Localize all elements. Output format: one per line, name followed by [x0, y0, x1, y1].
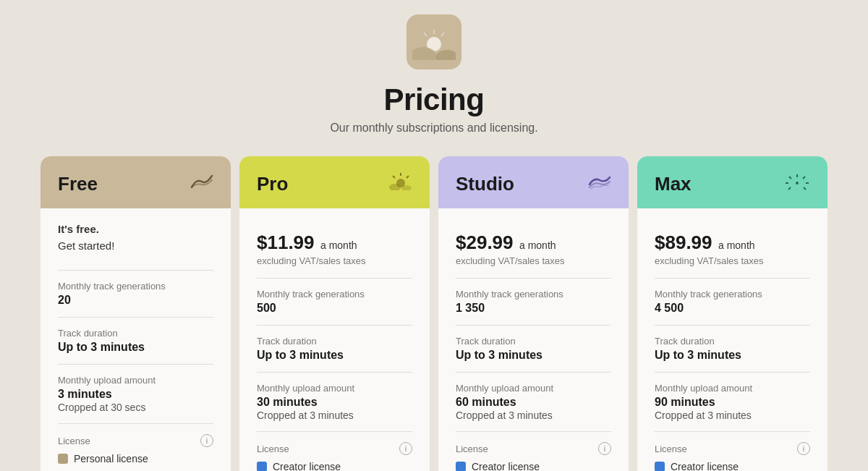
plan-name: Free [58, 173, 98, 195]
license-dot [58, 454, 68, 464]
page-title: Pricing [384, 82, 485, 117]
license-dot [257, 462, 267, 471]
price-block: $29.99 a month excluding VAT/sales taxes [456, 221, 611, 279]
license-label: License [655, 444, 687, 454]
license-item: Personal license [58, 453, 213, 464]
price-line: $11.99 a month [257, 232, 412, 254]
price-tax: excluding VAT/sales taxes [456, 255, 611, 266]
plan-icon [389, 172, 412, 195]
plan-name: Pro [257, 173, 288, 195]
plan-icon [190, 172, 213, 195]
plan-card-pro: Pro $11.99 a month excluding VAT/sales t… [239, 156, 430, 471]
price-period: a month [519, 239, 556, 251]
license-type: Creator license [472, 461, 540, 471]
track-gen-label: Monthly track generations [58, 281, 213, 292]
track-duration-value: Up to 3 minutes [456, 349, 611, 362]
plan-card-studio: Studio $29.99 a month excluding VAT/sale… [438, 156, 629, 471]
price-block: $89.99 a month excluding VAT/sales taxes [655, 221, 810, 279]
track-gen-value: 20 [58, 294, 213, 307]
logo [407, 14, 461, 69]
svg-point-13 [796, 182, 799, 184]
plan-name: Studio [456, 173, 514, 195]
svg-line-9 [407, 176, 409, 178]
upload-value: 90 minutes [655, 396, 810, 409]
license-item: Creator license [257, 461, 412, 471]
track-duration-label: Track duration [456, 336, 611, 347]
track-gen-label: Monthly track generations [456, 289, 611, 300]
upload-sub: Cropped at 3 minutes [655, 410, 810, 421]
plan-header: Pro [239, 156, 430, 208]
track-duration-value: Up to 3 minutes [655, 349, 810, 362]
plan-body: $89.99 a month excluding VAT/sales taxes… [637, 208, 827, 471]
track-duration-block: Track duration Up to 3 minutes [456, 326, 611, 373]
plan-header: Studio [438, 156, 629, 208]
track-duration-value: Up to 3 minutes [257, 349, 412, 362]
track-gen-label: Monthly track generations [257, 289, 412, 300]
price-line: $89.99 a month [655, 232, 810, 254]
page-header: Pricing Our monthly subscriptions and li… [330, 0, 537, 156]
plan-icon [784, 172, 810, 195]
license-block: License i Creator license [456, 432, 611, 471]
license-item: Creator license [655, 461, 810, 471]
svg-line-15 [803, 177, 805, 179]
track-gen-block: Monthly track generations 1 350 [456, 279, 611, 326]
price-amount: $29.99 [456, 232, 514, 253]
plan-card-max: Max $89.99 a month excluding VAT/sales t… [637, 156, 827, 471]
track-duration-label: Track duration [655, 336, 810, 347]
upload-value: 60 minutes [456, 396, 611, 409]
upload-value: 30 minutes [257, 396, 412, 409]
license-block: License i Personal license [58, 424, 213, 469]
plan-name: Max [655, 173, 692, 195]
track-gen-value: 500 [257, 302, 412, 315]
price-tax: excluding VAT/sales taxes [655, 255, 810, 266]
price-period: a month [320, 239, 357, 251]
svg-line-19 [804, 187, 806, 190]
plan-header: Max [637, 156, 827, 208]
upload-block: Monthly upload amount 30 minutes Cropped… [257, 373, 412, 432]
page-subtitle: Our monthly subscriptions and licensing. [330, 122, 537, 135]
track-duration-label: Track duration [58, 328, 213, 339]
track-duration-block: Track duration Up to 3 minutes [655, 326, 810, 373]
upload-sub: Cropped at 3 minutes [257, 410, 412, 421]
upload-label: Monthly upload amount [58, 375, 213, 386]
license-block: License i Creator license [655, 432, 810, 471]
license-info-icon[interactable]: i [200, 434, 213, 447]
price-block: $11.99 a month excluding VAT/sales taxes [257, 221, 412, 279]
track-duration-label: Track duration [257, 336, 412, 347]
license-info-icon[interactable]: i [797, 442, 810, 455]
upload-sub: Cropped at 3 minutes [456, 410, 611, 421]
plan-icon [588, 172, 611, 195]
plan-body: $11.99 a month excluding VAT/sales taxes… [239, 208, 430, 471]
track-gen-value: 1 350 [456, 302, 611, 315]
track-gen-value: 4 500 [655, 302, 810, 315]
svg-line-16 [789, 177, 791, 179]
license-info-icon[interactable]: i [598, 442, 611, 455]
price-period: a month [718, 239, 755, 251]
upload-block: Monthly upload amount 90 minutes Cropped… [655, 373, 810, 432]
svg-line-20 [788, 187, 791, 190]
price-line: $29.99 a month [456, 232, 611, 254]
upload-label: Monthly upload amount [456, 383, 611, 394]
intro-line2: Get started! [58, 239, 114, 252]
upload-value: 3 minutes [58, 388, 213, 401]
upload-block: Monthly upload amount 60 minutes Cropped… [456, 373, 611, 432]
license-label: License [257, 444, 289, 454]
license-label: License [456, 444, 488, 454]
track-duration-value: Up to 3 minutes [58, 341, 213, 354]
svg-line-10 [393, 176, 395, 178]
license-type: Personal license [74, 453, 148, 464]
license-header: License i [655, 442, 810, 455]
track-duration-block: Track duration Up to 3 minutes [257, 326, 412, 373]
license-info-icon[interactable]: i [399, 442, 412, 455]
price-amount: $11.99 [257, 232, 315, 253]
license-label: License [58, 436, 90, 446]
track-gen-block: Monthly track generations 20 [58, 271, 213, 318]
license-dot [655, 462, 665, 471]
license-header: License i [456, 442, 611, 455]
upload-sub: Cropped at 30 secs [58, 402, 213, 413]
plan-body: It's free. Get started! Monthly track ge… [41, 208, 231, 471]
price-amount: $89.99 [655, 232, 712, 253]
track-gen-label: Monthly track generations [655, 289, 810, 300]
license-type: Creator license [671, 461, 739, 471]
license-dot [456, 462, 466, 471]
